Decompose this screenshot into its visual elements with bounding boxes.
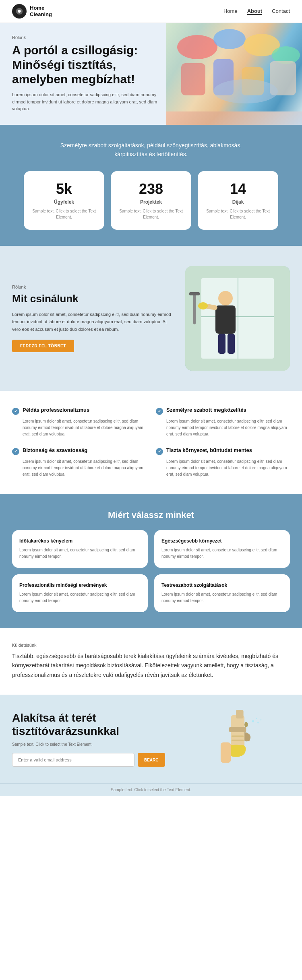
svg-point-25: [244, 722, 248, 728]
svg-rect-32: [220, 742, 230, 763]
feature-title-2: Személyre szabott megközelítés: [166, 407, 246, 414]
stat-desc-clients: Sample text. Click to select the Text El…: [32, 208, 96, 220]
stat-label-awards: Díjak: [206, 199, 270, 205]
why-card-desc-4: Lorem ipsum dolor sit amet, consetetur s…: [161, 591, 283, 604]
logo-text: Home Cleaning: [30, 5, 52, 17]
footer-note-text: Sample text. Click to select the Text El…: [111, 788, 191, 792]
about-label: Rólunk: [12, 285, 173, 289]
feature-title-3: Biztonság és szavatosság: [23, 447, 87, 454]
mission-text: Tisztább, egészségesebb és barátságosabb…: [12, 652, 290, 680]
feature-desc-3: Lorem ipsum dolor sit amet, consetetur s…: [12, 458, 146, 478]
about-description: Lorem ipsum dolor sit amet, consetetur s…: [12, 311, 173, 333]
stat-label-projects: Projektek: [119, 199, 183, 205]
stat-number-projects: 238: [119, 181, 183, 198]
feature-title-4: Tiszta környezet, bűntudat mentes: [166, 447, 252, 454]
svg-point-8: [213, 79, 278, 103]
feature-item-3: Biztonság és szavatosság Lorem ipsum dol…: [12, 447, 146, 478]
why-card-title-1: Időtakarékos kényelem: [19, 538, 141, 544]
hero-section: Rólunk A portól a csillogásig: Minőségi …: [0, 23, 302, 125]
mission-section: Küldetésünk Tisztább, egészségesebb és b…: [0, 628, 302, 695]
logo: Home Cleaning: [12, 4, 52, 19]
nav-contact[interactable]: Contact: [272, 8, 290, 15]
email-input[interactable]: [12, 753, 134, 767]
why-section: Miért válassz minket Időtakarékos kényel…: [0, 494, 302, 628]
why-card-desc-3: Lorem ipsum dolor sit amet, consetetur s…: [19, 591, 141, 604]
why-card-3: Professzionális minőségi eredmények Lore…: [12, 574, 148, 612]
feature-header-3: Biztonság és szavatosság: [12, 447, 146, 455]
svg-point-28: [257, 722, 259, 723]
logo-icon: [12, 4, 27, 19]
svg-rect-34: [231, 740, 243, 741]
stat-card-clients: 5k Ügyfelek Sample text. Click to select…: [24, 171, 104, 230]
footer-note: Sample text. Click to select the Text El…: [0, 783, 302, 796]
supplies-decoration: [166, 23, 302, 111]
svg-rect-17: [193, 292, 196, 324]
stat-label-clients: Ügyfelek: [32, 199, 96, 205]
mission-label: Küldetésünk: [12, 643, 290, 648]
stats-tagline: Személyre szabott szolgáltatások, példáu…: [54, 141, 248, 159]
about-content: Rólunk Mit csinálunk Lorem ipsum dolor s…: [12, 285, 173, 352]
why-card-desc-2: Lorem ipsum dolor sit amet, consetetur s…: [161, 547, 283, 560]
why-cards: Időtakarékos kényelem Lorem ipsum dolor …: [12, 530, 290, 612]
stat-number-awards: 14: [206, 181, 270, 198]
cta-image: [166, 695, 302, 783]
hero-label: Rólunk: [12, 35, 165, 40]
stats-cards: 5k Ügyfelek Sample text. Click to select…: [12, 171, 290, 230]
hero-image: [166, 23, 302, 125]
hero-content: Rólunk A portól a csillogásig: Minőségi …: [12, 35, 165, 113]
svg-point-29: [260, 719, 261, 720]
stat-card-awards: 14 Díjak Sample text. Click to select th…: [198, 171, 278, 230]
why-card-1: Időtakarékos kényelem Lorem ipsum dolor …: [12, 530, 148, 568]
feature-header-1: Példás professzionalizmus: [12, 407, 146, 415]
cta-title: Alakítsa át terét tisztítóvarázsunkkal: [12, 711, 165, 738]
svg-point-26: [252, 720, 254, 722]
why-card-title-3: Professzionális minőségi eredmények: [19, 582, 141, 588]
feature-item-4: Tiszta környezet, bűntudat mentes Lorem …: [156, 447, 290, 478]
about-title: Mit csinálunk: [12, 293, 173, 305]
about-cta-button[interactable]: FEDEZD FEL TÖBBET: [12, 340, 74, 352]
cta-section: Alakítsa át terét tisztítóvarázsunkkal S…: [0, 695, 302, 783]
feature-desc-4: Lorem ipsum dolor sit amet, consetetur s…: [156, 458, 290, 478]
why-card-desc-1: Lorem ipsum dolor sit amet, consetetur s…: [19, 547, 141, 560]
nav-links: Home About Contact: [223, 8, 290, 15]
svg-rect-18: [189, 292, 200, 295]
svg-point-13: [218, 291, 233, 305]
hero-description: Lorem ipsum dolor sit amet, consetetur s…: [12, 91, 165, 113]
navigation: Home Cleaning Home About Contact: [0, 0, 302, 23]
features-section: Példás professzionalizmus Lorem ipsum do…: [0, 391, 302, 494]
why-title: Miért válassz minket: [12, 510, 290, 520]
svg-rect-33: [231, 735, 243, 737]
feature-header-2: Személyre szabott megközelítés: [156, 407, 290, 415]
why-card-4: Testreszabott szolgáltatások Lorem ipsum…: [154, 574, 290, 612]
stats-section: Személyre szabott szolgáltatások, példáu…: [0, 125, 302, 246]
about-section: Rólunk Mit csinálunk Lorem ipsum dolor s…: [0, 246, 302, 391]
cta-content: Alakítsa át terét tisztítóvarázsunkkal S…: [12, 711, 165, 767]
svg-point-0: [177, 35, 217, 59]
cta-form: BEARC: [12, 753, 165, 767]
stat-card-projects: 238 Projektek Sample text. Click to sele…: [111, 171, 191, 230]
svg-rect-12: [238, 278, 238, 359]
cta-description: Sample text. Click to select the Text El…: [12, 742, 165, 747]
feature-desc-2: Lorem ipsum dolor sit amet, consetetur s…: [156, 418, 290, 437]
hero-title: A portól a csillogásig: Minőségi tisztít…: [12, 43, 165, 87]
svg-rect-24: [229, 727, 246, 732]
why-card-2: Egészségesebb környezet Lorem ipsum dolo…: [154, 530, 290, 568]
stat-desc-awards: Sample text. Click to select the Text El…: [206, 208, 270, 220]
stat-number-clients: 5k: [32, 181, 96, 198]
submit-button[interactable]: BEARC: [138, 753, 165, 767]
feature-icon-4: [156, 448, 163, 455]
svg-rect-23: [236, 710, 243, 718]
svg-rect-4: [181, 63, 205, 95]
about-image: [185, 266, 290, 371]
svg-point-1: [213, 29, 246, 49]
stat-desc-projects: Sample text. Click to select the Text El…: [119, 208, 183, 220]
nav-home[interactable]: Home: [223, 8, 238, 15]
svg-rect-14: [215, 305, 236, 334]
why-card-title-2: Egészségesebb környezet: [161, 538, 283, 544]
nav-about[interactable]: About: [247, 8, 263, 15]
why-card-title-4: Testreszabott szolgáltatások: [161, 582, 283, 588]
svg-rect-20: [228, 334, 235, 354]
feature-title-1: Példás professzionalizmus: [23, 407, 89, 414]
svg-point-27: [256, 718, 257, 719]
feature-item-2: Személyre szabott megközelítés Lorem ips…: [156, 407, 290, 437]
